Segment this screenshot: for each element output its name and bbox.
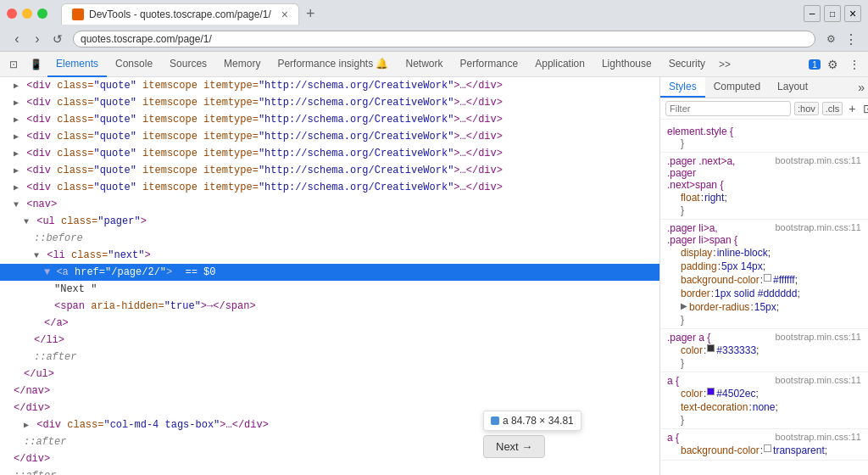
collapse-icon[interactable]: ▶ bbox=[14, 132, 19, 142]
active-tab[interactable]: DevTools - quotes.toscrape.com/page/1/ × bbox=[61, 3, 299, 25]
tab-memory[interactable]: Memory bbox=[215, 52, 269, 77]
tab-performance-insights[interactable]: Performance insights 🔔 bbox=[269, 52, 397, 77]
tab-elements[interactable]: Elements bbox=[47, 52, 107, 77]
hov-filter-button[interactable]: :hov bbox=[794, 102, 819, 115]
devtools-main: ▶ <div class="quote" itemscope itemtype=… bbox=[0, 77, 868, 475]
css-rule-props: display: inline-block; padding: 5px 14px… bbox=[667, 246, 861, 326]
html-line-ul: ▼ <ul class="pager"> bbox=[0, 213, 659, 230]
html-line-after: ::after bbox=[0, 349, 659, 366]
tab-bar: DevTools - quotes.toscrape.com/page/1/ ×… bbox=[54, 2, 797, 25]
collapse-icon[interactable]: ▼ bbox=[14, 200, 19, 210]
css-rule-pager-a: bootstrap.min.css:11 .pager a { color: #… bbox=[660, 329, 868, 372]
html-line-6: ▶ <div class="quote" itemscope itemtype=… bbox=[0, 162, 659, 179]
more-options-icon[interactable]: ⋮ bbox=[844, 54, 865, 75]
html-line-4: ▶ <div class="quote" itemscope itemtype=… bbox=[0, 128, 659, 145]
color-swatch[interactable] bbox=[764, 444, 771, 452]
reload-button[interactable]: ↺ bbox=[47, 29, 68, 49]
html-line-nav: ▼ <nav> bbox=[0, 196, 659, 213]
html-line-7: ▶ <div class="quote" itemscope itemtype=… bbox=[0, 179, 659, 196]
collapse-icon[interactable]: ▶ bbox=[14, 149, 19, 159]
color-swatch[interactable] bbox=[764, 274, 771, 282]
html-line-1: ▶ <div class="quote" itemscope itemtype=… bbox=[0, 77, 659, 94]
maximize-button[interactable] bbox=[37, 8, 47, 19]
tab-sources[interactable]: Sources bbox=[161, 52, 215, 77]
collapse-icon[interactable]: ▼ bbox=[24, 217, 29, 226]
styles-content: element.style { } bootstrap.min.css:11 .… bbox=[660, 120, 868, 475]
html-line-close-a: </a> bbox=[0, 315, 659, 332]
css-prop-display: display: inline-block; bbox=[681, 246, 861, 260]
css-rule-props: color: #333333; } bbox=[667, 344, 861, 369]
html-line-after2: ::after bbox=[0, 433, 659, 450]
element-size-tooltip: a 84.78 × 34.81 bbox=[483, 411, 581, 431]
forward-button[interactable]: › bbox=[27, 29, 47, 49]
toggle-icon[interactable]: ⊡ bbox=[863, 102, 868, 115]
tab-lighthouse[interactable]: Lighthouse bbox=[593, 52, 660, 77]
window-buttons: – □ × bbox=[804, 5, 861, 22]
css-rule-selector: bootstrap.min.css:11 a { bbox=[667, 375, 861, 387]
filter-input[interactable] bbox=[665, 101, 791, 116]
color-swatch[interactable] bbox=[707, 344, 715, 352]
tooltip-text: a 84.78 × 34.81 bbox=[503, 415, 574, 427]
tab-application[interactable]: Application bbox=[526, 52, 593, 77]
devtools-panel: ⊡ 📱 Elements Console Sources Memory Perf… bbox=[0, 51, 868, 475]
css-prop-border-radius: ▶ border-radius: 15px; bbox=[681, 300, 861, 314]
html-line-close-div2: </div> bbox=[0, 450, 659, 467]
html-line-span: <span aria-hidden="true">→</span> bbox=[0, 298, 659, 315]
settings-icon[interactable]: ⚙ bbox=[822, 54, 843, 75]
color-swatch[interactable] bbox=[707, 388, 715, 395]
close-button[interactable] bbox=[7, 8, 17, 19]
close-win-button[interactable]: × bbox=[844, 5, 861, 22]
menu-button[interactable]: ⋮ bbox=[841, 29, 861, 49]
css-prop-color2: color: #4502ec; bbox=[681, 387, 861, 400]
css-rule-props: } bbox=[667, 137, 861, 149]
tab-close-icon[interactable]: × bbox=[281, 8, 288, 21]
browser-window: DevTools - quotes.toscrape.com/page/1/ ×… bbox=[0, 0, 868, 475]
next-button-highlight[interactable]: Next → bbox=[483, 435, 545, 458]
css-rule-selector: bootstrap.min.css:11 .pager a { bbox=[667, 332, 861, 344]
collapse-icon[interactable]: ▶ bbox=[14, 98, 19, 108]
minimize-button[interactable] bbox=[22, 8, 32, 19]
css-prop-text-decoration: text-decoration: none; bbox=[681, 400, 861, 414]
html-line-selected[interactable]: ▼ <a href="/page/2/"> == $0 bbox=[0, 264, 659, 281]
collapse-icon[interactable]: ▶ bbox=[14, 115, 19, 125]
html-line-close-nav: </nav> bbox=[0, 383, 659, 400]
collapse-icon[interactable]: ▶ bbox=[14, 166, 19, 176]
style-tab-styles[interactable]: Styles bbox=[660, 77, 705, 98]
minimize-win-button[interactable]: – bbox=[804, 5, 821, 22]
tab-security[interactable]: Security bbox=[660, 52, 714, 77]
style-tab-computed[interactable]: Computed bbox=[705, 77, 769, 98]
style-tab-layout[interactable]: Layout bbox=[769, 77, 816, 98]
tab-favicon bbox=[72, 8, 84, 20]
address-input[interactable] bbox=[73, 31, 815, 48]
tab-network[interactable]: Network bbox=[398, 52, 452, 77]
css-rule-selector: element.style { bbox=[667, 126, 861, 137]
devtools-toolbar: ⊡ 📱 Elements Console Sources Memory Perf… bbox=[0, 52, 868, 77]
cls-filter-button[interactable]: .cls bbox=[822, 102, 843, 115]
extensions-button[interactable]: ⚙ bbox=[821, 29, 841, 49]
new-tab-icon[interactable]: + bbox=[306, 5, 315, 23]
device-toggle-button[interactable]: 📱 bbox=[25, 54, 46, 75]
collapse-icon[interactable]: ▶ bbox=[14, 81, 19, 91]
css-prop-background-color: background-color: #ffffff; bbox=[681, 273, 861, 287]
restore-win-button[interactable]: □ bbox=[824, 5, 841, 22]
html-line-close-li: </li> bbox=[0, 332, 659, 349]
more-tabs-button[interactable]: >> bbox=[714, 55, 736, 74]
inspect-element-button[interactable]: ⊡ bbox=[3, 54, 24, 75]
css-rule-a1: bootstrap.min.css:11 a { color: #4502ec;… bbox=[660, 372, 868, 429]
collapse-icon[interactable]: ▼ bbox=[34, 251, 39, 260]
back-button[interactable]: ‹ bbox=[7, 29, 27, 49]
styles-toolbar: :hov .cls + ⊡ ☰ bbox=[660, 98, 868, 120]
style-panel-options: » bbox=[854, 77, 868, 98]
css-source: bootstrap.min.css:11 bbox=[776, 155, 862, 165]
tab-performance[interactable]: Performance bbox=[452, 52, 527, 77]
css-prop-background: background-color: transparent; bbox=[681, 444, 861, 457]
css-prop: float: right; bbox=[681, 191, 861, 204]
css-rule-props: background-color: transparent; bbox=[667, 444, 861, 457]
tab-console[interactable]: Console bbox=[107, 52, 161, 77]
add-rule-button[interactable]: + bbox=[846, 102, 858, 115]
title-bar: DevTools - quotes.toscrape.com/page/1/ ×… bbox=[0, 0, 868, 27]
more-panels-icon[interactable]: » bbox=[858, 81, 865, 94]
collapse-icon[interactable]: ▶ bbox=[24, 421, 29, 430]
notification-badge: 1 bbox=[809, 59, 821, 70]
collapse-icon[interactable]: ▶ bbox=[14, 183, 19, 193]
